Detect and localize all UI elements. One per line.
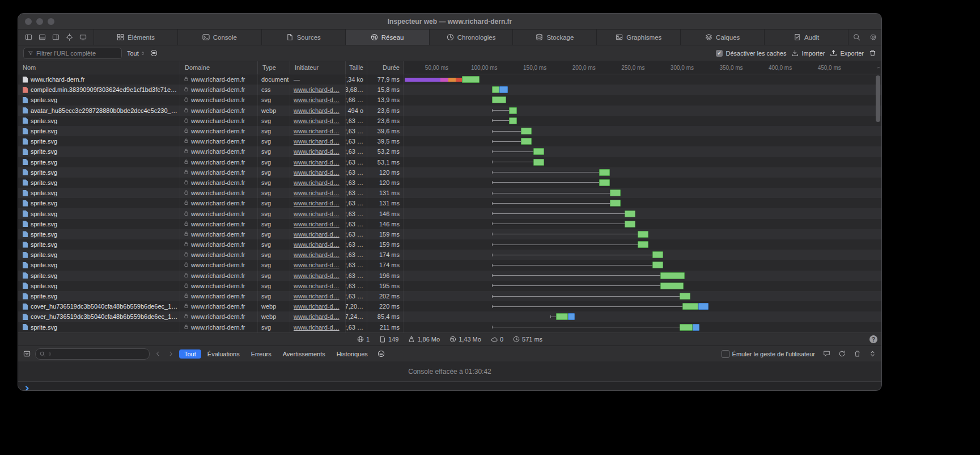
clear-console-icon[interactable] — [838, 350, 846, 357]
tab-network[interactable]: Réseau — [345, 30, 429, 45]
resource-initiator[interactable]: www.richard-d… — [294, 189, 340, 196]
table-row[interactable]: sprite.svg www.richard-dern.fr svg www.r… — [18, 178, 881, 188]
tab-audit[interactable]: Audit — [764, 30, 848, 45]
resource-initiator[interactable]: www.richard-d… — [294, 96, 340, 103]
tab-graphics[interactable]: Graphismes — [596, 30, 680, 45]
resource-initiator[interactable]: www.richard-d… — [294, 107, 340, 114]
column-header-domaine[interactable]: Domaine — [180, 61, 258, 74]
minimize-window-button[interactable] — [36, 18, 43, 25]
table-row[interactable]: sprite.svg www.richard-dern.fr svg www.r… — [18, 116, 881, 126]
table-row[interactable]: sprite.svg www.richard-dern.fr svg www.r… — [18, 219, 881, 229]
gear-icon[interactable] — [865, 33, 881, 41]
resource-initiator[interactable]: www.richard-d… — [294, 86, 340, 93]
export-button[interactable]: Exporter — [830, 49, 864, 57]
table-row[interactable]: cover_hu736519dc3b5040cfa48b6b559b6de6ec… — [18, 301, 881, 311]
console-tab-avertissements[interactable]: Avertissements — [278, 349, 330, 359]
table-row[interactable]: sprite.svg www.richard-dern.fr svg www.r… — [18, 188, 881, 198]
table-row[interactable]: compiled.min.38390909f303624ed9e1cf1bd3f… — [18, 85, 881, 95]
expand-console-icon[interactable] — [869, 350, 876, 357]
scrollbar-thumb[interactable] — [876, 75, 880, 122]
resource-initiator[interactable]: www.richard-d… — [294, 262, 340, 268]
table-row[interactable]: sprite.svg www.richard-dern.fr svg www.r… — [18, 198, 881, 208]
import-button[interactable]: Importer — [791, 49, 825, 57]
element-picker-icon[interactable] — [66, 33, 73, 41]
table-row[interactable]: sprite.svg www.richard-dern.fr svg www.r… — [18, 157, 881, 167]
console-pane-icon[interactable] — [23, 350, 31, 357]
table-row[interactable]: sprite.svg www.richard-dern.fr svg www.r… — [18, 167, 881, 178]
resource-initiator[interactable]: www.richard-d… — [294, 200, 340, 207]
console-prompt[interactable] — [18, 382, 881, 390]
zoom-window-button[interactable] — [48, 18, 54, 25]
tab-storage[interactable]: Stockage — [512, 30, 596, 45]
help-button[interactable]: ? — [869, 335, 877, 343]
search-icon[interactable] — [849, 33, 865, 41]
clear-network-icon[interactable] — [869, 49, 876, 57]
tab-timelines[interactable]: Chronologies — [429, 30, 513, 45]
resource-initiator[interactable]: www.richard-d… — [294, 169, 340, 176]
resource-initiator[interactable]: www.richard-d… — [294, 293, 340, 300]
resource-initiator[interactable]: www.richard-d… — [294, 251, 340, 258]
emulate-user-gesture-checkbox[interactable]: Émuler le geste de l'utilisateur — [722, 350, 815, 358]
resource-initiator[interactable]: www.richard-d… — [294, 148, 340, 155]
tab-sources[interactable]: Sources — [261, 30, 345, 45]
console-messages-icon[interactable] — [823, 350, 830, 357]
scroll-up-icon[interactable] — [876, 65, 881, 70]
table-row[interactable]: www.richard-dern.fr www.richard-dern.fr … — [18, 74, 881, 85]
column-header-duree[interactable]: Durée — [367, 61, 404, 74]
table-row[interactable]: sprite.svg www.richard-dern.fr svg www.r… — [18, 126, 881, 136]
table-row[interactable]: cover_hu736519dc3b5040cfa48b6b559b6de6ec… — [18, 311, 881, 322]
console-options-icon[interactable] — [377, 350, 385, 357]
table-row[interactable]: sprite.svg www.richard-dern.fr svg www.r… — [18, 260, 881, 270]
console-tab-évaluations[interactable]: Évaluations — [202, 349, 245, 359]
table-row[interactable]: sprite.svg www.richard-dern.fr svg www.r… — [18, 229, 881, 239]
table-row[interactable]: sprite.svg www.richard-dern.fr svg www.r… — [18, 250, 881, 260]
close-window-button[interactable] — [25, 18, 32, 25]
table-row[interactable]: sprite.svg www.richard-dern.fr svg www.r… — [18, 291, 881, 301]
table-row[interactable]: sprite.svg www.richard-dern.fr svg www.r… — [18, 95, 881, 105]
resource-type-select[interactable]: Tout — [127, 50, 145, 57]
column-header-nom[interactable]: Nom — [18, 61, 180, 74]
column-header-initiateur[interactable]: Initiateur — [290, 61, 346, 74]
trash-icon[interactable] — [854, 350, 861, 357]
resource-initiator[interactable]: www.richard-d… — [294, 241, 340, 248]
dock-right-icon[interactable] — [52, 33, 60, 41]
resource-initiator[interactable]: www.richard-d… — [294, 179, 340, 186]
table-row[interactable]: sprite.svg www.richard-dern.fr svg www.r… — [18, 271, 881, 281]
table-row[interactable]: avatar_hu85ecc3e298728880b0bde2dcc4e5c23… — [18, 106, 881, 116]
url-filter-input[interactable]: Filtrer l'URL complète — [23, 48, 122, 59]
table-row[interactable]: sprite.svg www.richard-dern.fr svg www.r… — [18, 281, 881, 291]
resource-initiator[interactable]: www.richard-d… — [294, 210, 340, 217]
resource-initiator[interactable]: www.richard-d… — [294, 303, 340, 310]
resource-initiator[interactable]: www.richard-d… — [294, 117, 340, 124]
resource-initiator[interactable]: www.richard-d… — [294, 138, 340, 145]
dock-bottom-icon[interactable] — [39, 33, 46, 41]
resource-initiator[interactable]: www.richard-d… — [294, 128, 340, 134]
column-header-taille[interactable]: Taille — [346, 61, 367, 74]
disable-caches-checkbox[interactable]: ✓ Désactiver les caches — [716, 50, 786, 57]
resource-initiator[interactable]: www.richard-d… — [294, 159, 340, 166]
resource-initiator[interactable]: www.richard-d… — [294, 283, 340, 289]
console-tab-historiques[interactable]: Historiques — [332, 349, 373, 359]
table-row[interactable]: sprite.svg www.richard-dern.fr svg www.r… — [18, 322, 881, 332]
table-row[interactable]: sprite.svg www.richard-dern.fr svg www.r… — [18, 136, 881, 146]
console-search-input[interactable] — [35, 348, 150, 360]
previous-result-icon[interactable] — [154, 350, 162, 357]
resource-initiator[interactable]: www.richard-d… — [294, 324, 340, 331]
table-row[interactable]: sprite.svg www.richard-dern.fr svg www.r… — [18, 208, 881, 218]
column-header-type[interactable]: Type — [258, 61, 290, 74]
device-settings-icon[interactable] — [79, 33, 87, 41]
table-row[interactable]: sprite.svg www.richard-dern.fr svg www.r… — [18, 146, 881, 157]
resource-initiator[interactable]: www.richard-d… — [294, 231, 340, 238]
resource-initiator[interactable]: www.richard-d… — [294, 272, 340, 279]
tab-console[interactable]: Console — [177, 30, 261, 45]
tab-elements[interactable]: Éléments — [94, 30, 177, 45]
tab-layers[interactable]: Calques — [680, 30, 764, 45]
vertical-scrollbar[interactable] — [876, 74, 880, 332]
table-row[interactable]: sprite.svg www.richard-dern.fr svg www.r… — [18, 239, 881, 250]
resource-initiator[interactable]: www.richard-d… — [294, 221, 340, 228]
resource-initiator[interactable]: www.richard-d… — [294, 313, 340, 320]
next-result-icon[interactable] — [167, 350, 175, 357]
filter-options-icon[interactable] — [150, 49, 158, 57]
console-tab-erreurs[interactable]: Erreurs — [246, 349, 277, 359]
dock-left-icon[interactable] — [25, 33, 32, 41]
